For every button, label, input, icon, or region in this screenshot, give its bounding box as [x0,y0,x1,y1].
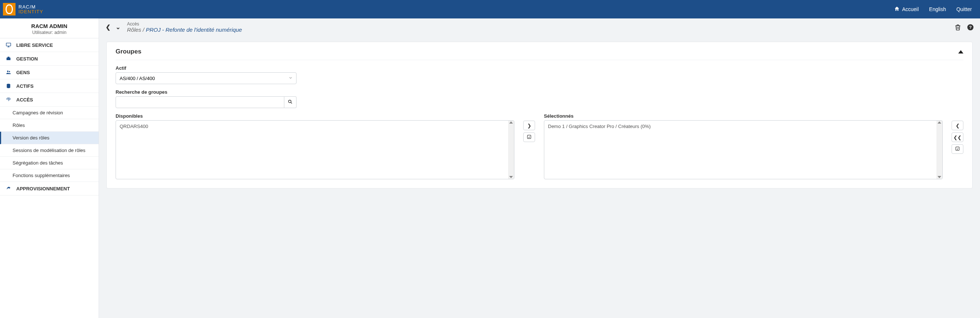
svg-text:?: ? [969,25,972,30]
nav-item-gens[interactable]: GENS [0,66,99,79]
nav-sub-version-roles[interactable]: Version des rôles [0,132,99,144]
nav-home-label: Accueil [902,6,919,12]
available-listbox[interactable]: QRDARS400 [116,120,514,179]
nav-item-label: ACTIFS [16,83,33,89]
nav-language-label: English [929,6,946,12]
panel-groupes: Groupes Actif AS/400 / AS/400 Recherche … [107,42,973,188]
scroll-down-icon [937,176,941,178]
tenant-name: RACM ADMIN [3,23,95,29]
home-icon [894,6,900,13]
nav-item-libre-service[interactable]: LIBRE SERVICE [0,38,99,52]
transfer-buttons-right: ❯ [523,113,535,179]
people-icon [5,70,12,75]
panel-title: Groupes [116,48,142,55]
nav-sub-sessions-modelisation[interactable]: Sessions de modélisation de rôles [0,144,99,157]
remove-selected-button[interactable]: ❮ [951,121,963,130]
nav-item-label: LIBRE SERVICE [16,43,53,48]
double-chevron-left-icon: ❮❮ [953,134,961,140]
group-search-button[interactable] [284,96,297,108]
scrollbar[interactable] [936,121,942,179]
selectionnes-label: Sélectionnés [544,113,943,119]
breadcrumb-context: Accès [127,21,951,27]
nav-home[interactable]: Accueil [889,0,924,19]
nav-sub-fonctions-supp[interactable]: Fonctions supplémentaires [0,169,99,182]
disponibles-label: Disponibles [116,113,514,119]
svg-point-6 [288,100,291,103]
add-selected-button[interactable]: ❯ [523,121,535,130]
share-icon [5,185,12,191]
nav-item-label: ACCÈS [16,97,33,103]
chevron-left-icon: ❮ [956,123,960,128]
brand-line2: IDENTITY [19,9,43,14]
breadcrumb-back-button[interactable]: ❮ [104,23,112,32]
scroll-up-icon [509,121,513,123]
tenant-user: Utilisateur: admin [3,30,95,35]
remove-all-button[interactable]: ❮❮ [951,133,963,142]
nav-language[interactable]: English [924,0,951,19]
actif-select[interactable]: AS/400 / AS/400 [116,72,296,84]
svg-rect-0 [6,43,11,46]
brand-logo [3,3,16,16]
transfer-buttons-left: ❮ ❮❮ [951,113,963,179]
add-all-button[interactable] [523,133,535,142]
main-content: ❮ ⌄ Accès Rôles / PROJ - Refonte de l'id… [99,19,980,318]
nav-item-approvisionnement[interactable]: APPROVISIONNEMENT [0,182,99,196]
nav-item-acces[interactable]: ACCÈS [0,93,99,107]
svg-point-1 [7,70,8,72]
selected-listbox[interactable]: Demo 1 / Graphics Creator Pro / Créateur… [544,120,943,179]
nav-item-label: GESTION [16,56,38,62]
panel-header: Groupes [116,48,963,60]
list-item[interactable]: QRDARS400 [116,122,514,131]
nav-sub-campagnes[interactable]: Campagnes de révision [0,107,99,119]
help-button[interactable]: ? [967,24,974,31]
scroll-up-icon [937,121,941,123]
group-search-input[interactable] [116,96,284,108]
tenant-block: RACM ADMIN Utilisateur: admin [0,19,99,38]
collapse-panel-button[interactable] [958,50,963,54]
search-label: Recherche de groupes [116,89,963,95]
scroll-down-icon [509,176,513,178]
actif-select-wrap: AS/400 / AS/400 [116,72,296,84]
edit-selected-button[interactable] [951,144,963,154]
sidebar: RACM ADMIN Utilisateur: admin LIBRE SERV… [0,19,99,318]
fingerprint-icon [5,97,12,103]
monitor-icon [5,42,12,48]
actif-label: Actif [116,65,963,71]
edit-box-icon [527,134,532,141]
nav-sub-roles[interactable]: Rôles [0,119,99,132]
breadcrumb-current-link[interactable]: PROJ - Refonte de l'identité numérique [146,27,242,33]
list-item[interactable]: Demo 1 / Graphics Creator Pro / Créateur… [544,122,942,131]
nav-sub-segregation[interactable]: Ségrégation des tâches [0,157,99,169]
svg-point-2 [9,71,10,72]
dual-list: Disponibles QRDARS400 ❯ [116,113,963,179]
breadcrumb-root: Rôles [127,27,141,33]
nav-item-label: APPROVISIONNEMENT [16,186,70,191]
nav-quit[interactable]: Quitter [951,0,977,19]
breadcrumb-path: Rôles / PROJ - Refonte de l'identité num… [127,27,951,33]
delete-button[interactable] [954,24,961,31]
edit-box-icon [955,146,960,152]
breadcrumb-bar: ❮ ⌄ Accès Rôles / PROJ - Refonte de l'id… [99,19,980,36]
nav-item-label: GENS [16,70,30,75]
svg-rect-7 [527,135,531,138]
chevron-right-icon: ❯ [527,123,531,128]
toolbox-icon [5,56,12,62]
nav-item-actifs[interactable]: ACTIFS [0,79,99,93]
scrollbar[interactable] [508,121,514,179]
database-icon [5,83,12,89]
brand-text: RAC/M IDENTITY [19,5,43,14]
topbar: RAC/M IDENTITY Accueil English Quitter [0,0,980,19]
svg-rect-8 [956,147,959,150]
nav-quit-label: Quitter [956,6,972,12]
search-icon [288,99,293,106]
breadcrumb-down-button[interactable]: ⌄ [114,23,122,32]
nav-item-gestion[interactable]: GESTION [0,52,99,66]
brand-logo-o-icon [6,5,13,14]
